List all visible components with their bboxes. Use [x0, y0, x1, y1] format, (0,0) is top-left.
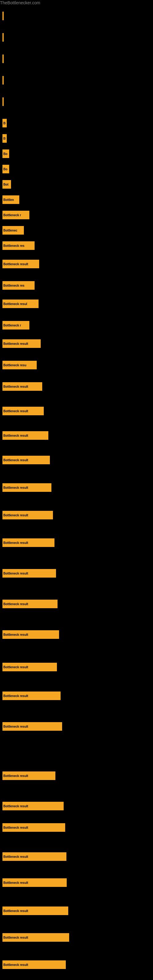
bar-label-33: Bottleneck result [3, 774, 28, 778]
bar-label-24: Bottleneck result [3, 486, 28, 489]
bar-label-8: Bo [3, 167, 7, 171]
bar-label-23: Bottleneck result [3, 458, 28, 462]
bar-item-32: Bottleneck result [2, 722, 62, 731]
bar-label-9: Bot [3, 183, 9, 186]
bar-item-18: Bottleneck result [2, 339, 41, 348]
bar-item-25: Bottleneck result [2, 511, 53, 519]
bar-label-21: Bottleneck result [3, 409, 28, 413]
bar-item-11: Bottleneck r [2, 211, 29, 219]
site-title: TheBottlenecker.com [0, 0, 153, 5]
bar-item-27: Bottleneck result [2, 569, 56, 578]
bar-label-11: Bottleneck r [3, 213, 21, 217]
bar-item-36: Bottleneck result [2, 852, 66, 861]
bar-label-15: Bottleneck res [3, 284, 24, 287]
bar-label-17: Bottleneck r [3, 324, 21, 327]
bar-label-28: Bottleneck result [3, 602, 28, 606]
bar-item-23: Bottleneck result [2, 456, 50, 464]
bar-label-29: Bottleneck result [3, 633, 28, 636]
bar-label-34: Bottleneck result [3, 805, 28, 808]
bar-item-39: Bottleneck result [2, 933, 69, 942]
bar-item-2 [2, 54, 4, 63]
bar-label-5: B [3, 122, 5, 125]
bar-item-34: Bottleneck result [2, 802, 64, 810]
bar-label-18: Bottleneck result [3, 342, 28, 345]
bar-item-15: Bottleneck res [2, 281, 35, 290]
bar-item-0 [2, 12, 4, 20]
bar-label-6: B [3, 137, 5, 140]
chart-area: BBBoBoBotBottlenBottleneck rBottlenecBot… [0, 5, 153, 979]
bar-item-9: Bot [2, 180, 11, 189]
bar-item-7: Bo [2, 150, 9, 158]
bar-item-26: Bottleneck result [2, 538, 54, 547]
bar-label-35: Bottleneck result [3, 826, 28, 829]
bar-item-30: Bottleneck result [2, 663, 57, 671]
bar-item-14: Bottleneck result [2, 260, 39, 268]
bar-label-10: Bottlen [3, 198, 14, 202]
bar-item-24: Bottleneck result [2, 483, 51, 492]
bar-item-33: Bottleneck result [2, 772, 56, 780]
bar-item-12: Bottlenec [2, 226, 24, 235]
bar-item-22: Bottleneck result [2, 431, 48, 440]
bar-item-3 [2, 76, 4, 84]
bar-item-20: Bottleneck result [2, 382, 42, 391]
bar-label-38: Bottleneck result [3, 909, 28, 913]
bar-item-37: Bottleneck result [2, 878, 67, 887]
bar-item-40: Bottleneck result [2, 960, 66, 969]
bar-label-27: Bottleneck result [3, 572, 28, 575]
bar-label-19: Bottleneck resu [3, 364, 26, 367]
bar-label-37: Bottleneck result [3, 881, 28, 885]
bar-label-13: Bottleneck res [3, 244, 24, 247]
bar-label-32: Bottleneck result [3, 725, 28, 728]
bar-item-35: Bottleneck result [2, 823, 65, 832]
bar-label-26: Bottleneck result [3, 541, 28, 544]
bar-item-21: Bottleneck result [2, 407, 44, 415]
bar-item-8: Bo [2, 165, 9, 173]
bar-label-14: Bottleneck result [3, 262, 28, 266]
bar-item-31: Bottleneck result [2, 692, 61, 700]
bar-label-12: Bottlenec [3, 229, 18, 232]
bar-item-17: Bottleneck r [2, 321, 29, 329]
bar-label-7: Bo [3, 152, 7, 156]
bar-label-40: Bottleneck result [3, 963, 28, 967]
bar-label-16: Bottleneck resul [3, 302, 27, 305]
bar-label-39: Bottleneck result [3, 936, 28, 939]
bar-item-38: Bottleneck result [2, 907, 68, 915]
bar-item-5: B [2, 119, 7, 127]
bar-item-13: Bottleneck res [2, 241, 35, 250]
bar-label-22: Bottleneck result [3, 434, 28, 438]
bar-item-6: B [2, 134, 7, 143]
bar-item-19: Bottleneck resu [2, 361, 37, 369]
bar-item-1 [2, 33, 4, 41]
bar-label-36: Bottleneck result [3, 855, 28, 858]
bar-item-16: Bottleneck resul [2, 299, 38, 308]
bar-item-28: Bottleneck result [2, 600, 57, 608]
bar-item-10: Bottlen [2, 196, 19, 204]
bar-item-4 [2, 97, 4, 106]
bar-label-25: Bottleneck result [3, 514, 28, 517]
bar-label-30: Bottleneck result [3, 665, 28, 669]
bar-label-31: Bottleneck result [3, 694, 28, 698]
bar-label-20: Bottleneck result [3, 385, 28, 388]
bar-item-29: Bottleneck result [2, 630, 59, 639]
